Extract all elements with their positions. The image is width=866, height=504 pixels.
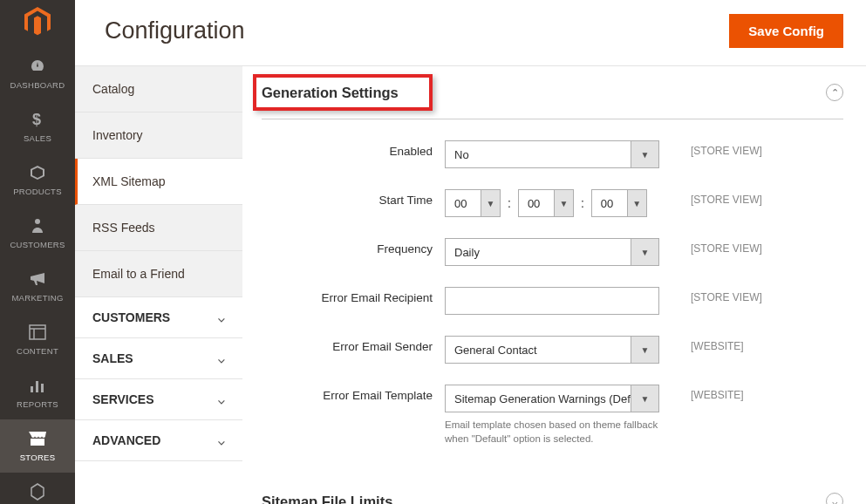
chevron-down-icon: ▼ bbox=[631, 239, 658, 265]
scope-label: [STORE VIEW] bbox=[691, 189, 762, 206]
tab-xml-sitemap[interactable]: XML Sitemap bbox=[75, 159, 242, 205]
tab-rss-feeds[interactable]: RSS Feeds bbox=[75, 205, 242, 251]
svg-rect-7 bbox=[41, 384, 44, 392]
select-error-sender[interactable]: General Contact ▼ bbox=[445, 336, 659, 364]
expand-icon: ⌵ bbox=[826, 493, 843, 504]
label-template: Error Email Template bbox=[262, 385, 445, 402]
dollar-icon: $ bbox=[27, 109, 48, 130]
chevron-down-icon: ⌵ bbox=[218, 434, 225, 447]
scope-label: [WEBSITE] bbox=[691, 385, 744, 401]
nav-stores[interactable]: STORES bbox=[0, 419, 75, 473]
chevron-down-icon: ▼ bbox=[631, 141, 658, 167]
input-error-recipient[interactable] bbox=[445, 287, 659, 315]
nav-marketing[interactable]: MARKETING bbox=[0, 260, 75, 313]
select-start-hour[interactable]: 00 ▼ bbox=[445, 189, 501, 217]
megaphone-icon bbox=[27, 269, 48, 289]
section-generation-settings[interactable]: Generation Settings ⌃ bbox=[262, 66, 843, 119]
nav-dashboard[interactable]: DASHBOARD bbox=[0, 47, 75, 100]
config-content: Generation Settings ⌃ Enabled No ▼ [S bbox=[242, 66, 866, 504]
nav-onestep[interactable]: ONE STEP CHECKOUT bbox=[0, 473, 75, 504]
group-customers[interactable]: CUSTOMERS⌵ bbox=[75, 297, 242, 338]
select-start-minute[interactable]: 00 ▼ bbox=[518, 189, 574, 217]
bars-icon bbox=[27, 375, 48, 396]
page-title: Configuration bbox=[105, 17, 245, 44]
box-icon bbox=[27, 162, 48, 183]
label-sender: Error Email Sender bbox=[262, 336, 445, 353]
chevron-down-icon: ▼ bbox=[631, 385, 658, 412]
svg-text:$: $ bbox=[32, 111, 41, 128]
chevron-down-icon: ▼ bbox=[627, 190, 646, 216]
save-config-button[interactable]: Save Config bbox=[729, 14, 843, 48]
tab-inventory[interactable]: Inventory bbox=[75, 112, 242, 159]
scope-label: [STORE VIEW] bbox=[691, 238, 762, 255]
svg-rect-2 bbox=[30, 325, 45, 339]
label-frequency: Frequency bbox=[262, 238, 445, 255]
template-note: Email template chosen based on theme fal… bbox=[445, 418, 659, 446]
chevron-down-icon: ▼ bbox=[554, 190, 573, 216]
group-sales[interactable]: SALES⌵ bbox=[75, 338, 242, 379]
svg-rect-6 bbox=[36, 381, 38, 392]
select-error-template[interactable]: Sitemap Generation Warnings (Def ▼ bbox=[445, 385, 659, 412]
chevron-down-icon: ⌵ bbox=[218, 352, 225, 365]
chevron-down-icon: ⌵ bbox=[218, 393, 225, 406]
collapse-icon: ⌃ bbox=[826, 84, 843, 101]
tab-email-friend[interactable]: Email to a Friend bbox=[75, 251, 242, 297]
scope-label: [WEBSITE] bbox=[691, 336, 744, 352]
select-start-second[interactable]: 00 ▼ bbox=[591, 189, 647, 217]
svg-point-1 bbox=[35, 219, 40, 224]
label-recipient: Error Email Recipient bbox=[262, 287, 445, 304]
magento-logo[interactable] bbox=[20, 7, 55, 37]
storefront-icon bbox=[27, 428, 48, 449]
label-start-time: Start Time bbox=[262, 189, 445, 207]
select-frequency[interactable]: Daily ▼ bbox=[445, 238, 659, 266]
group-advanced[interactable]: ADVANCED⌵ bbox=[75, 420, 242, 461]
time-separator: : bbox=[501, 196, 518, 210]
chevron-down-icon: ▼ bbox=[631, 337, 658, 363]
tab-catalog[interactable]: Catalog bbox=[75, 66, 242, 112]
select-enabled[interactable]: No ▼ bbox=[445, 140, 659, 168]
time-separator: : bbox=[574, 196, 591, 210]
nav-content[interactable]: CONTENT bbox=[0, 313, 75, 366]
label-enabled: Enabled bbox=[262, 140, 445, 158]
nav-customers[interactable]: CUSTOMERS bbox=[0, 207, 75, 260]
nav-reports[interactable]: REPORTS bbox=[0, 366, 75, 419]
svg-rect-5 bbox=[31, 386, 33, 392]
nav-products[interactable]: PRODUCTS bbox=[0, 153, 75, 207]
chevron-down-icon: ⌵ bbox=[218, 311, 225, 324]
hex-icon bbox=[27, 481, 48, 502]
dashboard-icon bbox=[27, 56, 48, 77]
admin-sidebar: DASHBOARD $ SALES PRODUCTS CUSTOMERS MAR… bbox=[0, 0, 75, 504]
nav-sales[interactable]: $ SALES bbox=[0, 100, 75, 153]
chevron-down-icon: ▼ bbox=[481, 190, 500, 216]
page-header: Configuration Save Config bbox=[75, 0, 866, 65]
section-sitemap-limits[interactable]: Sitemap File Limits ⌵ bbox=[262, 475, 843, 504]
scope-label: [STORE VIEW] bbox=[691, 140, 762, 157]
scope-label: [STORE VIEW] bbox=[691, 287, 762, 303]
config-sidebar: Catalog Inventory XML Sitemap RSS Feeds … bbox=[75, 66, 242, 504]
person-icon bbox=[27, 215, 48, 236]
group-services[interactable]: SERVICES⌵ bbox=[75, 379, 242, 420]
layout-icon bbox=[27, 322, 48, 343]
